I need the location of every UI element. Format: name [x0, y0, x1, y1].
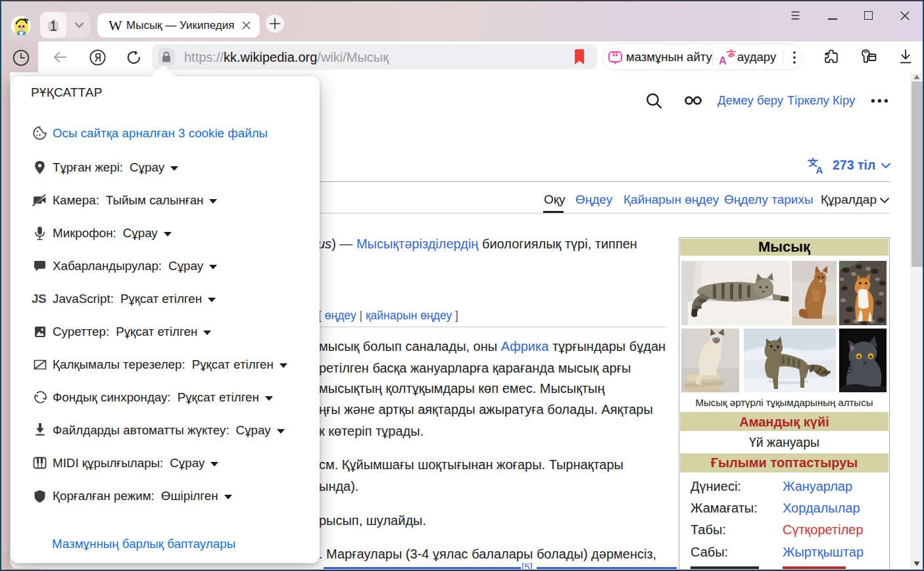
svg-text:А: А: [719, 55, 727, 66]
svg-text:A: A: [816, 164, 823, 174]
svg-text:“: “: [612, 51, 619, 64]
